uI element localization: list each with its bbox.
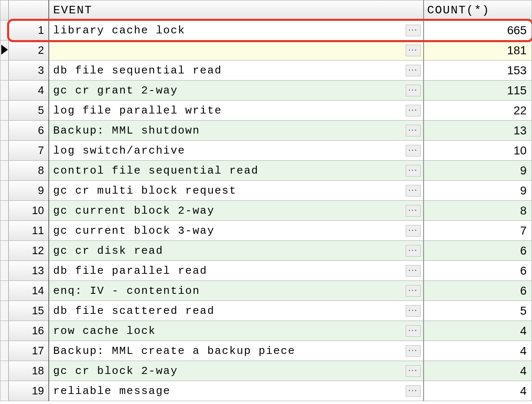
event-cell[interactable]: library cache lock··· bbox=[49, 20, 424, 40]
cell-ellipsis-button[interactable]: ··· bbox=[406, 145, 421, 157]
table-row[interactable]: 6Backup: MML shutdown···13 bbox=[0, 121, 532, 141]
count-cell[interactable]: 4 bbox=[424, 361, 532, 381]
row-number-cell[interactable]: 4 bbox=[9, 81, 49, 101]
count-cell[interactable]: 9 bbox=[424, 181, 532, 201]
table-row[interactable]: 1library cache lock···665 bbox=[0, 20, 532, 40]
cell-ellipsis-button[interactable]: ··· bbox=[406, 305, 421, 317]
column-header-event[interactable]: EVENT bbox=[49, 0, 424, 20]
event-cell[interactable]: reliable message··· bbox=[49, 381, 424, 401]
event-cell[interactable]: gc cr grant 2-way··· bbox=[49, 81, 424, 101]
event-cell[interactable]: db file scattered read··· bbox=[49, 301, 424, 321]
table-row[interactable]: 15db file scattered read···5 bbox=[0, 301, 532, 321]
row-number-cell[interactable]: 19 bbox=[9, 381, 49, 401]
count-cell[interactable]: 4 bbox=[424, 381, 532, 401]
count-cell[interactable]: 6 bbox=[424, 241, 532, 261]
count-cell[interactable]: 181 bbox=[424, 40, 532, 61]
event-cell[interactable]: control file sequential read··· bbox=[49, 161, 424, 181]
row-number-cell[interactable]: 5 bbox=[9, 101, 49, 121]
cell-ellipsis-button[interactable]: ··· bbox=[406, 345, 421, 357]
table-row[interactable]: 11gc current block 3-way···7 bbox=[0, 221, 532, 241]
event-cell[interactable]: gc current block 2-way··· bbox=[49, 201, 424, 221]
event-cell[interactable]: log file parallel write··· bbox=[49, 101, 424, 121]
row-number-cell[interactable]: 9 bbox=[9, 181, 49, 201]
cell-ellipsis-button[interactable]: ··· bbox=[406, 245, 421, 257]
event-cell[interactable]: ··· bbox=[49, 40, 424, 61]
table-row[interactable]: 2···181 bbox=[0, 40, 532, 61]
event-cell[interactable]: row cache lock··· bbox=[49, 321, 424, 341]
row-number-cell[interactable]: 18 bbox=[9, 361, 49, 381]
count-cell[interactable]: 8 bbox=[424, 201, 532, 221]
count-cell[interactable]: 7 bbox=[424, 221, 532, 241]
cell-ellipsis-button[interactable]: ··· bbox=[406, 105, 421, 116]
event-cell[interactable]: gc cr disk read··· bbox=[49, 241, 424, 261]
cell-ellipsis-button[interactable]: ··· bbox=[406, 225, 421, 237]
table-row[interactable]: 8control file sequential read···9 bbox=[0, 161, 532, 181]
row-number-cell[interactable]: 2 bbox=[9, 40, 49, 61]
row-number-cell[interactable]: 17 bbox=[9, 341, 49, 361]
cell-ellipsis-button[interactable]: ··· bbox=[406, 265, 421, 277]
table-row[interactable]: 13db file parallel read···6 bbox=[0, 261, 532, 281]
table-row[interactable]: 16row cache lock···4 bbox=[0, 321, 532, 341]
table-row[interactable]: 19reliable message···4 bbox=[0, 381, 532, 401]
row-number-cell[interactable]: 8 bbox=[9, 161, 49, 181]
cell-ellipsis-button[interactable]: ··· bbox=[406, 185, 421, 197]
event-cell[interactable]: gc cr multi block request··· bbox=[49, 181, 424, 201]
count-cell[interactable]: 10 bbox=[424, 141, 532, 161]
event-cell[interactable]: gc current block 3-way··· bbox=[49, 221, 424, 241]
table-row[interactable]: 10gc current block 2-way···8 bbox=[0, 201, 532, 221]
cell-ellipsis-button[interactable]: ··· bbox=[406, 385, 421, 397]
table-row[interactable]: 9gc cr multi block request···9 bbox=[0, 181, 532, 201]
row-number-cell[interactable]: 10 bbox=[9, 201, 49, 221]
row-number-cell[interactable]: 12 bbox=[9, 241, 49, 261]
count-cell[interactable]: 115 bbox=[424, 81, 532, 101]
table-row[interactable]: 4gc cr grant 2-way···115 bbox=[0, 81, 532, 101]
table-row[interactable]: 14enq: IV - contention···6 bbox=[0, 281, 532, 301]
event-cell[interactable]: Backup: MML create a backup piece··· bbox=[49, 341, 424, 361]
cell-ellipsis-button[interactable]: ··· bbox=[406, 25, 421, 36]
table-row[interactable]: 12gc cr disk read···6 bbox=[0, 241, 532, 261]
row-number-cell[interactable]: 15 bbox=[9, 301, 49, 321]
count-cell[interactable]: 6 bbox=[424, 281, 532, 301]
count-cell[interactable]: 4 bbox=[424, 321, 532, 341]
event-cell[interactable]: Backup: MML shutdown··· bbox=[49, 121, 424, 141]
count-cell[interactable]: 5 bbox=[424, 301, 532, 321]
cell-ellipsis-button[interactable]: ··· bbox=[406, 365, 421, 377]
row-number-cell[interactable]: 11 bbox=[9, 221, 49, 241]
column-header-count-label: COUNT(*) bbox=[427, 4, 490, 17]
row-number-header[interactable] bbox=[9, 0, 49, 20]
table-row[interactable]: 18gc cr block 2-way···4 bbox=[0, 361, 532, 381]
event-cell-text: gc current block 2-way bbox=[53, 205, 215, 217]
cell-ellipsis-button[interactable]: ··· bbox=[406, 165, 421, 177]
event-cell[interactable]: enq: IV - contention··· bbox=[49, 281, 424, 301]
row-number-cell[interactable]: 14 bbox=[9, 281, 49, 301]
cell-ellipsis-button[interactable]: ··· bbox=[406, 65, 421, 76]
table-row[interactable]: 17Backup: MML create a backup piece···4 bbox=[0, 341, 532, 361]
cell-ellipsis-button[interactable]: ··· bbox=[406, 285, 421, 297]
table-row[interactable]: 3db file sequential read···153 bbox=[0, 61, 532, 81]
table-row[interactable]: 5log file parallel write···22 bbox=[0, 101, 532, 121]
table-row[interactable]: 7log switch/archive···10 bbox=[0, 141, 532, 161]
count-cell[interactable]: 665 bbox=[424, 20, 532, 40]
count-cell[interactable]: 6 bbox=[424, 261, 532, 281]
count-cell[interactable]: 13 bbox=[424, 121, 532, 141]
event-cell[interactable]: log switch/archive··· bbox=[49, 141, 424, 161]
count-cell[interactable]: 22 bbox=[424, 101, 532, 121]
event-cell[interactable]: db file sequential read··· bbox=[49, 61, 424, 81]
event-cell[interactable]: db file parallel read··· bbox=[49, 261, 424, 281]
column-header-count[interactable]: COUNT(*) bbox=[424, 0, 532, 20]
row-number-cell[interactable]: 7 bbox=[9, 141, 49, 161]
cell-ellipsis-button[interactable]: ··· bbox=[406, 85, 421, 96]
row-number-cell[interactable]: 16 bbox=[9, 321, 49, 341]
count-cell[interactable]: 9 bbox=[424, 161, 532, 181]
row-number-cell[interactable]: 13 bbox=[9, 261, 49, 281]
count-cell[interactable]: 153 bbox=[424, 61, 532, 81]
row-number-cell[interactable]: 3 bbox=[9, 61, 49, 81]
row-number-cell[interactable]: 1 bbox=[9, 20, 49, 40]
cell-ellipsis-button[interactable]: ··· bbox=[406, 125, 421, 136]
row-number-cell[interactable]: 6 bbox=[9, 121, 49, 141]
count-cell[interactable]: 4 bbox=[424, 341, 532, 361]
event-cell[interactable]: gc cr block 2-way··· bbox=[49, 361, 424, 381]
cell-ellipsis-button[interactable]: ··· bbox=[406, 205, 421, 217]
cell-ellipsis-button[interactable]: ··· bbox=[406, 45, 421, 56]
cell-ellipsis-button[interactable]: ··· bbox=[406, 325, 421, 337]
